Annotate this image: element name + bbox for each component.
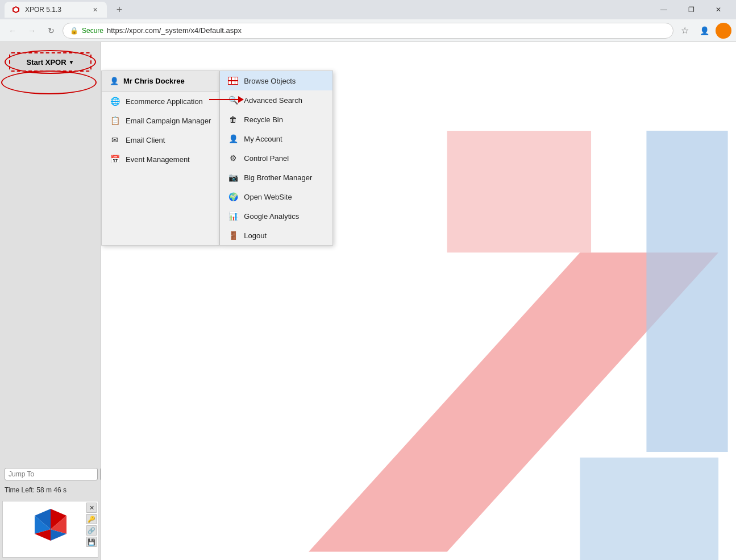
tab-favicon [11, 5, 20, 14]
new-tab-button[interactable]: + [111, 2, 127, 18]
browser-frame: XPOR 5.1.3 ✕ + — ❐ ✕ ← → ↻ 🔒 Secure http… [0, 0, 736, 560]
my-account-icon: 👤 [228, 134, 238, 144]
secure-icon: 🔒 [70, 27, 78, 35]
email-client-label: Email Client [126, 136, 165, 144]
menu-item-open-website[interactable]: 🌍 Open WebSite [220, 187, 332, 206]
tab-title: XPOR 5.1.3 [25, 6, 61, 14]
arrow-annotation [209, 99, 243, 100]
google-analytics-label: Google Analytics [244, 212, 299, 221]
start-xpor-label: Start XPOR [27, 58, 66, 67]
recycle-bin-icon: 🗑 [228, 114, 238, 125]
logo-save-button[interactable]: 💾 [86, 537, 97, 547]
close-button[interactable]: ✕ [705, 0, 731, 19]
logo-close-button[interactable]: ✕ [86, 503, 97, 513]
advanced-search-icon: 🔍 [228, 95, 238, 105]
svg-rect-3 [646, 131, 727, 452]
menu-item-recycle-bin[interactable]: 🗑 Recycle Bin [220, 110, 332, 129]
logout-icon: 🚪 [228, 230, 238, 240]
window-controls: — ❐ ✕ [651, 0, 731, 19]
logo-link-button[interactable]: 🔗 [86, 525, 97, 536]
sidebar-spacer [0, 81, 101, 463]
extension-button[interactable] [716, 23, 731, 39]
email-campaign-label: Email Campaign Manager [126, 117, 211, 125]
menu-item-browse-objects[interactable]: Browse Objects [220, 71, 332, 90]
tab-close-button[interactable]: ✕ [90, 5, 100, 15]
address-input[interactable]: 🔒 Secure https://xpor.com/_system/x4/Def… [63, 23, 673, 39]
bookmark-button[interactable]: ☆ [677, 23, 693, 39]
back-button[interactable]: ← [5, 23, 20, 39]
menu-item-event-management[interactable]: 📅 Event Management [102, 150, 219, 169]
menu-item-logout[interactable]: 🚪 Logout [220, 226, 332, 245]
ecommerce-label: Ecommerce Application [126, 97, 203, 106]
svg-rect-11 [232, 81, 235, 84]
menu-item-email-client[interactable]: ✉ Email Client [102, 130, 219, 150]
browser-tab[interactable]: XPOR 5.1.3 ✕ [5, 2, 107, 18]
browse-objects-label: Browse Objects [244, 77, 296, 85]
dropdown-arrow-icon: ▼ [69, 59, 74, 65]
arrow-line [209, 99, 243, 100]
open-website-icon: 🌍 [228, 192, 238, 202]
title-bar: XPOR 5.1.3 ✕ + — ❐ ✕ [0, 0, 736, 19]
svg-rect-12 [235, 81, 238, 84]
menu-item-ecommerce[interactable]: 🌐 Ecommerce Application [102, 92, 219, 111]
content-area: 👤 Mr Chris Dockree 🌐 Ecommerce Applicati… [101, 42, 736, 560]
browse-objects-dropdown: Browse Objects 🔍 Advanced Search 🗑 Recyc… [219, 70, 333, 246]
svg-marker-2 [309, 252, 718, 551]
main-area: Start XPOR ▼ Go Time Left: 58 m 46 s ✕ 🔑… [0, 42, 736, 560]
secure-label: Secure [82, 27, 103, 35]
menu-item-big-brother[interactable]: 📷 Big Brother Manager [220, 168, 332, 187]
start-xpor-button[interactable]: Start XPOR ▼ [9, 52, 92, 72]
svg-marker-4 [447, 131, 591, 252]
menu-item-control-panel[interactable]: ⚙ Control Panel [220, 148, 332, 168]
url-text: https://xpor.com/_system/x4/Default.aspx [107, 26, 666, 35]
svg-rect-9 [235, 77, 238, 80]
menu-item-email-campaign[interactable]: 📋 Email Campaign Manager [102, 111, 219, 130]
big-brother-icon: 📷 [228, 172, 238, 182]
xpor-logo [28, 507, 73, 552]
user-account-button[interactable]: 👤 [696, 23, 712, 39]
jump-to-input[interactable] [5, 468, 98, 480]
ecommerce-icon: 🌐 [110, 96, 120, 106]
dropdown-spacer [102, 169, 219, 214]
svg-marker-5 [580, 458, 719, 560]
sidebar: Start XPOR ▼ Go Time Left: 58 m 46 s ✕ 🔑… [0, 42, 101, 560]
logout-label: Logout [244, 231, 267, 240]
my-account-label: My Account [244, 135, 282, 143]
event-management-label: Event Management [126, 155, 190, 164]
control-panel-label: Control Panel [244, 154, 289, 163]
logo-key-button[interactable]: 🔑 [86, 514, 97, 524]
refresh-button[interactable]: ↻ [43, 23, 59, 39]
time-left-label: Time Left: 58 m 46 s [0, 485, 101, 499]
user-dropdown-header: 👤 Mr Chris Dockree [102, 71, 219, 92]
user-dropdown: 👤 Mr Chris Dockree 🌐 Ecommerce Applicati… [101, 70, 219, 246]
logo-controls: ✕ 🔑 🔗 💾 [86, 503, 97, 547]
jump-to-area: Go [0, 463, 101, 485]
user-name: Mr Chris Dockree [123, 77, 185, 85]
big-brother-label: Big Brother Manager [244, 173, 312, 182]
forward-button[interactable]: → [24, 23, 40, 39]
menu-item-google-analytics[interactable]: 📊 Google Analytics [220, 206, 332, 226]
event-mgmt-icon: 📅 [110, 154, 120, 164]
advanced-search-label: Advanced Search [244, 96, 302, 105]
dropdown-container: 👤 Mr Chris Dockree 🌐 Ecommerce Applicati… [101, 70, 333, 246]
svg-rect-8 [232, 77, 235, 80]
maximize-button[interactable]: ❐ [678, 0, 704, 19]
menu-item-advanced-search[interactable]: 🔍 Advanced Search [220, 90, 332, 110]
svg-rect-10 [228, 81, 231, 84]
google-analytics-icon: 📊 [228, 211, 238, 221]
email-client-icon: ✉ [110, 135, 120, 145]
recycle-bin-label: Recycle Bin [244, 115, 283, 124]
minimize-button[interactable]: — [651, 0, 677, 19]
email-campaign-icon: 📋 [110, 115, 120, 126]
address-bar: ← → ↻ 🔒 Secure https://xpor.com/_system/… [0, 19, 736, 42]
user-icon: 👤 [110, 77, 119, 85]
svg-rect-7 [228, 77, 231, 80]
open-website-label: Open WebSite [244, 193, 292, 201]
menu-item-my-account[interactable]: 👤 My Account [220, 129, 332, 148]
logo-area: ✕ 🔑 🔗 💾 [2, 501, 98, 558]
control-panel-icon: ⚙ [228, 153, 238, 163]
browse-objects-icon [228, 76, 238, 86]
